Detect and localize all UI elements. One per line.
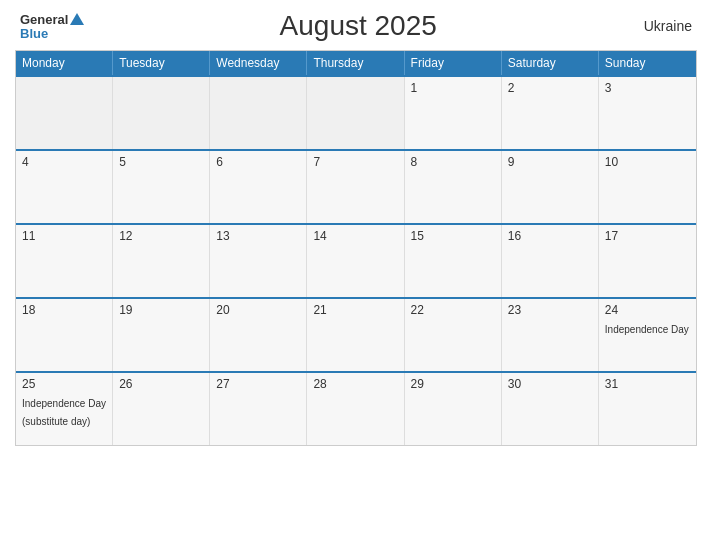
calendar-cell: 30 <box>502 373 599 445</box>
calendar-page: General Blue August 2025 Ukraine MondayT… <box>0 0 712 550</box>
weekday-header-saturday: Saturday <box>502 51 599 75</box>
day-number: 14 <box>313 229 397 243</box>
country-label: Ukraine <box>632 18 692 34</box>
calendar-cell: 17 <box>599 225 696 297</box>
day-number: 23 <box>508 303 592 317</box>
day-number: 9 <box>508 155 592 169</box>
calendar-week-3: 11121314151617 <box>16 223 696 297</box>
day-number: 7 <box>313 155 397 169</box>
calendar-cell: 16 <box>502 225 599 297</box>
day-number: 28 <box>313 377 397 391</box>
weekday-header-thursday: Thursday <box>307 51 404 75</box>
event-label: Independence Day (substitute day) <box>22 398 106 427</box>
calendar-cell: 6 <box>210 151 307 223</box>
day-number: 1 <box>411 81 495 95</box>
calendar-week-4: 18192021222324Independence Day <box>16 297 696 371</box>
calendar-cell: 27 <box>210 373 307 445</box>
calendar-cell <box>16 77 113 149</box>
calendar-cell <box>113 77 210 149</box>
calendar-cell: 28 <box>307 373 404 445</box>
calendar-cell: 15 <box>405 225 502 297</box>
calendar-cell: 29 <box>405 373 502 445</box>
day-number: 3 <box>605 81 690 95</box>
day-number: 22 <box>411 303 495 317</box>
day-number: 16 <box>508 229 592 243</box>
day-number: 11 <box>22 229 106 243</box>
day-number: 15 <box>411 229 495 243</box>
calendar-cell <box>210 77 307 149</box>
calendar-cell: 21 <box>307 299 404 371</box>
calendar-cell <box>307 77 404 149</box>
day-number: 5 <box>119 155 203 169</box>
day-number: 10 <box>605 155 690 169</box>
weekday-header-sunday: Sunday <box>599 51 696 75</box>
calendar-cell: 4 <box>16 151 113 223</box>
day-number: 30 <box>508 377 592 391</box>
day-number: 31 <box>605 377 690 391</box>
calendar-cell: 2 <box>502 77 599 149</box>
calendar-grid: MondayTuesdayWednesdayThursdayFridaySatu… <box>15 50 697 446</box>
day-number: 25 <box>22 377 106 391</box>
weekday-header-friday: Friday <box>405 51 502 75</box>
calendar-cell: 26 <box>113 373 210 445</box>
day-number: 6 <box>216 155 300 169</box>
logo: General Blue <box>20 13 84 40</box>
day-number: 26 <box>119 377 203 391</box>
day-number: 13 <box>216 229 300 243</box>
calendar-cell: 14 <box>307 225 404 297</box>
calendar-cell: 22 <box>405 299 502 371</box>
day-number: 29 <box>411 377 495 391</box>
day-number: 2 <box>508 81 592 95</box>
logo-blue-text: Blue <box>20 27 48 40</box>
day-number: 20 <box>216 303 300 317</box>
calendar-cell: 9 <box>502 151 599 223</box>
calendar-cell: 18 <box>16 299 113 371</box>
day-number: 4 <box>22 155 106 169</box>
calendar-cell: 3 <box>599 77 696 149</box>
month-title: August 2025 <box>84 10 632 42</box>
calendar-week-2: 45678910 <box>16 149 696 223</box>
calendar-cell: 10 <box>599 151 696 223</box>
calendar-header-row: MondayTuesdayWednesdayThursdayFridaySatu… <box>16 51 696 75</box>
weekday-header-monday: Monday <box>16 51 113 75</box>
calendar-cell: 7 <box>307 151 404 223</box>
day-number: 18 <box>22 303 106 317</box>
logo-triangle-icon <box>70 13 84 25</box>
calendar-week-5: 25Independence Day (substitute day)26272… <box>16 371 696 445</box>
day-number: 17 <box>605 229 690 243</box>
calendar-cell: 1 <box>405 77 502 149</box>
day-number: 19 <box>119 303 203 317</box>
calendar-cell: 8 <box>405 151 502 223</box>
calendar-cell: 24Independence Day <box>599 299 696 371</box>
calendar-cell: 13 <box>210 225 307 297</box>
calendar-cell: 31 <box>599 373 696 445</box>
logo-general-text: General <box>20 13 68 26</box>
calendar-cell: 12 <box>113 225 210 297</box>
calendar-week-1: 123 <box>16 75 696 149</box>
calendar-cell: 20 <box>210 299 307 371</box>
weekday-header-tuesday: Tuesday <box>113 51 210 75</box>
calendar-cell: 19 <box>113 299 210 371</box>
day-number: 27 <box>216 377 300 391</box>
weekday-header-wednesday: Wednesday <box>210 51 307 75</box>
day-number: 12 <box>119 229 203 243</box>
calendar-cell: 25Independence Day (substitute day) <box>16 373 113 445</box>
day-number: 8 <box>411 155 495 169</box>
calendar-cell: 11 <box>16 225 113 297</box>
day-number: 21 <box>313 303 397 317</box>
page-header: General Blue August 2025 Ukraine <box>15 10 697 42</box>
calendar-cell: 23 <box>502 299 599 371</box>
day-number: 24 <box>605 303 690 317</box>
calendar-cell: 5 <box>113 151 210 223</box>
event-label: Independence Day <box>605 324 689 335</box>
